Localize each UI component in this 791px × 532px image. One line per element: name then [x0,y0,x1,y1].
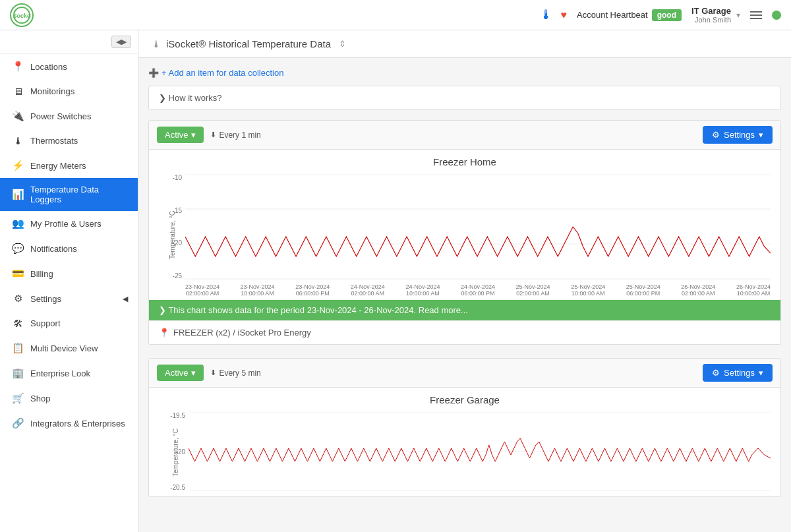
card1-settings-button[interactable]: ⚙ Settings ▾ [703,126,773,144]
sidebar-item-notifications[interactable]: 💬 Notifications [0,236,138,261]
card2-settings-caret: ▾ [759,368,763,378]
sidebar-item-billing[interactable]: 💳 Billing [0,261,138,286]
chevron-down-icon: ▾ [736,11,740,20]
energy-icon: ⚡ [12,160,24,171]
integrators-icon: 🔗 [12,417,24,429]
how-it-works[interactable]: ❯ How it works? [148,86,781,110]
card1-every-label: ⬇ Every 1 min [210,131,260,140]
sidebar-label-energy-meters: Energy Meters [30,161,86,171]
sidebar-label-notifications: Notifications [30,244,77,254]
x-tick-7: 25-Nov-202402:00:00 AM [516,283,550,297]
sidebar-label-power-switches: Power Switches [30,111,91,121]
card1-device-label: 📍 FREEZER (x2) / iSocket Pro Energy [149,320,780,344]
support-icon: 🛠 [12,318,24,329]
card1-device-text: FREEZER (x2) / iSocket Pro Energy [173,328,311,338]
user-section[interactable]: IT Garage John Smith ▾ [691,6,740,24]
header-icons: 🌡 ♥ [540,7,568,22]
card1-x-axis: 23-Nov-202402:00:00 AM 23-Nov-202410:00:… [185,283,771,297]
card2-top-bar: Active ▾ ⬇ Every 5 min ⚙ Settings ▾ [149,359,780,388]
device-pin-icon: 📍 [159,328,169,338]
card2-settings-label: Settings [724,368,755,378]
account-heartbeat-label: Account Heartbeat [577,10,648,20]
content-body: ➕ + Add an item for data collection ❯ Ho… [138,58,791,520]
x-tick-5: 24-Nov-202410:00:00 AM [405,283,440,297]
sidebar-item-energy-meters[interactable]: ⚡ Energy Meters [0,153,138,178]
card2-y-axis-label: Temperature, °C [172,412,179,493]
main-layout: ◀▶ 📍 Locations 🖥 Monitorings 🔌 Power Swi… [0,30,791,532]
sidebar-label-multi-device: Multi Device View [30,343,98,353]
sidebar-item-support[interactable]: 🛠 Support [0,311,138,336]
settings-chevron-icon: ◀ [123,295,128,303]
sidebar-item-monitorings[interactable]: 🖥 Monitorings [0,79,138,103]
card2-chart-title: Freezer Garage [159,394,771,405]
sidebar-item-integrators[interactable]: 🔗 Integrators & Enterprises [0,411,138,436]
card2-active-caret: ▾ [191,368,196,378]
sidebar-item-temp-data-loggers[interactable]: 📊 Temperature Data Loggers [0,178,138,211]
card1-info-bar[interactable]: ❯ This chart shows data for the period 2… [149,300,780,320]
card1-settings-caret: ▾ [759,130,763,140]
header-right: 🌡 ♥ Account Heartbeat good IT Garage Joh… [540,6,781,24]
x-tick-10: 26-Nov-202402:00:00 AM [681,283,715,297]
sidebar-label-shop: Shop [30,394,50,403]
sidebar-item-shop[interactable]: 🛒 Shop [0,386,138,411]
user-sub: John Smith [691,16,731,24]
sidebar-label-settings: Settings [30,294,61,304]
page-title-arrows: ⇕ [339,39,346,49]
x-tick-6: 24-Nov-202406:00:00 PM [461,283,495,297]
profile-icon: 👥 [12,218,24,229]
sidebar-item-power-switches[interactable]: 🔌 Power Switches [0,103,138,129]
sidebar-label-locations: Locations [30,62,67,72]
how-it-works-label: ❯ How it works? [159,93,222,103]
card2-every-icon: ⬇ [210,369,216,377]
card1-top-bar: Active ▾ ⬇ Every 1 min ⚙ Settings ▾ [149,121,780,150]
multi-device-icon: 📋 [12,342,24,354]
sidebar-label-monitorings: Monitorings [30,86,74,96]
sidebar-label-my-profile: My Profile & Users [30,219,102,229]
notifications-icon: 💬 [12,243,24,254]
logo: iSocket [10,3,34,27]
sidebar-item-my-profile[interactable]: 👥 My Profile & Users [0,211,138,236]
header-left: iSocket [10,3,34,27]
account-heartbeat: Account Heartbeat good [577,9,682,21]
data-card-1: Active ▾ ⬇ Every 1 min ⚙ Settings ▾ [148,120,781,345]
sidebar-label-thermostats: Thermostats [30,136,78,146]
svg-text:iSocket: iSocket [13,13,31,19]
x-tick-1: 23-Nov-202402:00:00 AM [185,283,220,297]
sidebar-toggle: ◀▶ [0,30,138,54]
content-area: 🌡 iSocket® Historical Temperature Data ⇕… [138,30,791,532]
location-icon: 📍 [12,61,24,73]
card1-active-button[interactable]: Active ▾ [157,127,204,143]
sidebar-label-integrators: Integrators & Enterprises [30,419,125,429]
online-status-dot [772,11,781,20]
data-card-2: Active ▾ ⬇ Every 5 min ⚙ Settings ▾ [148,358,781,497]
x-tick-11: 26-Nov-202410:00:00 AM [736,283,771,297]
sidebar-item-multi-device[interactable]: 📋 Multi Device View [0,336,138,361]
card2-every-label: ⬇ Every 5 min [210,369,260,378]
card2-active-button[interactable]: Active ▾ [157,365,204,381]
x-tick-2: 23-Nov-202410:00:00 AM [241,283,275,297]
shop-icon: 🛒 [12,392,24,404]
page-title: iSocket® Historical Temperature Data [166,38,331,49]
menu-icon[interactable] [750,11,762,19]
card2-settings-button[interactable]: ⚙ Settings ▾ [703,364,773,382]
enterprise-icon: 🏢 [12,367,24,379]
card1-every-text: Every 1 min [219,131,260,140]
x-tick-3: 23-Nov-202406:00:00 PM [295,283,330,297]
user-name: IT Garage [691,6,731,16]
top-header: iSocket 🌡 ♥ Account Heartbeat good IT Ga… [0,0,791,30]
sidebar-label-temp-data-loggers: Temperature Data Loggers [30,185,128,204]
card1-chart-svg [185,174,771,280]
sidebar-toggle-button[interactable]: ◀▶ [111,36,131,48]
sidebar-item-thermostats[interactable]: 🌡 Thermostats [0,129,138,153]
temp-logger-icon: 📊 [12,189,24,200]
settings-icon: ⚙ [12,293,24,305]
add-item-link[interactable]: ➕ + Add an item for data collection [148,68,781,78]
monitor-icon: 🖥 [12,86,24,97]
sidebar-item-locations[interactable]: 📍 Locations [0,54,138,79]
card1-every-icon: ⬇ [210,131,216,139]
sidebar-item-enterprise-look[interactable]: 🏢 Enterprise Look [0,361,138,386]
card1-active-label: Active [165,130,188,140]
card1-settings-label: Settings [724,130,755,140]
card2-left: Active ▾ ⬇ Every 5 min [157,365,261,381]
sidebar-item-settings[interactable]: ⚙ Settings ◀ [0,286,138,311]
